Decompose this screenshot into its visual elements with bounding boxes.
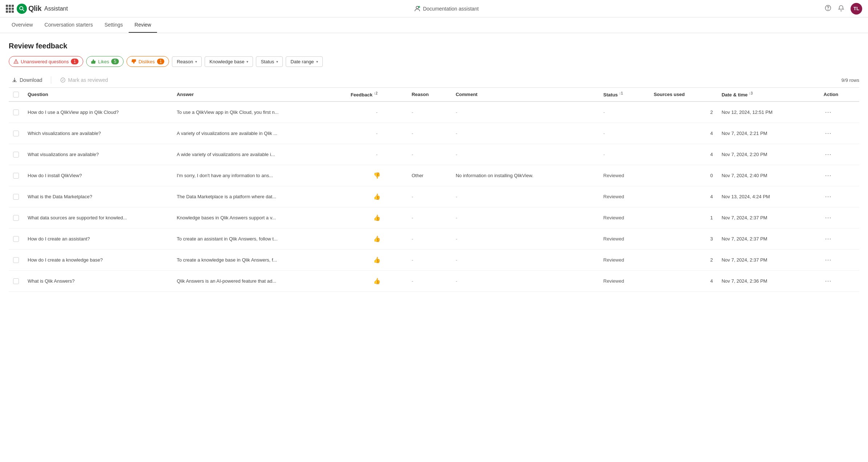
- question-cell: What is the Data Marketplace?: [23, 186, 172, 207]
- row-checkbox-2[interactable]: [13, 152, 19, 158]
- qlik-logo: Qlik: [17, 4, 41, 14]
- svg-line-1: [23, 9, 24, 11]
- date-time-cell: Nov 7, 2024, 2:37 PM: [717, 250, 819, 271]
- comment-cell: -: [451, 228, 599, 250]
- toolbar: Download Mark as reviewed 9/9 rows: [9, 73, 859, 88]
- toolbar-left: Download Mark as reviewed: [9, 76, 111, 84]
- avatar[interactable]: TL: [851, 3, 862, 15]
- feedback-cell: 👍: [346, 207, 407, 228]
- sources-used-cell: 2: [649, 250, 717, 271]
- page-title: Review feedback: [9, 42, 859, 50]
- answer-cell: To create a knowledge base in Qlik Answe…: [172, 250, 346, 271]
- top-bar-right: TL: [824, 3, 862, 15]
- knowledge-base-dropdown[interactable]: Knowledge base ▾: [205, 56, 253, 67]
- comment-cell: -: [451, 207, 599, 228]
- row-action-button-4[interactable]: ···: [824, 191, 833, 202]
- feedback-cell: 👍: [346, 186, 407, 207]
- tab-settings[interactable]: Settings: [99, 17, 129, 33]
- row-action-button-0[interactable]: ···: [824, 107, 833, 118]
- row-checkbox-4[interactable]: [13, 194, 19, 200]
- date-time-header[interactable]: Date & time ↕3: [717, 88, 819, 101]
- row-checkbox-7[interactable]: [13, 257, 19, 263]
- sources-used-cell: 3: [649, 228, 717, 250]
- reason-cell: -: [407, 144, 451, 165]
- table-row: How do I create an assistant?To create a…: [9, 228, 859, 250]
- status-cell: -: [599, 144, 650, 165]
- row-checkbox-8[interactable]: [13, 278, 19, 284]
- date-range-chevron-icon: ▾: [316, 60, 318, 64]
- mark-reviewed-button[interactable]: Mark as reviewed: [57, 76, 111, 84]
- feedback-header[interactable]: Feedback ↕2: [346, 88, 407, 101]
- dislikes-filter-chip[interactable]: Dislikes 1: [126, 56, 169, 67]
- feedback-cell: -: [346, 123, 407, 144]
- grid-menu-icon[interactable]: [6, 5, 14, 13]
- feedback-cell: 👍: [346, 271, 407, 292]
- action-cell: ···: [819, 101, 859, 123]
- answer-cell: A wide variety of visualizations are ava…: [172, 144, 346, 165]
- date-range-dropdown[interactable]: Date range ▾: [286, 56, 322, 67]
- dislikes-count: 1: [157, 59, 165, 64]
- knowledge-base-label: Knowledge base: [209, 59, 244, 64]
- likes-filter-chip[interactable]: Likes 5: [86, 56, 124, 67]
- tab-overview[interactable]: Overview: [6, 17, 39, 33]
- sources-used-cell: 2: [649, 101, 717, 123]
- date-time-cell: Nov 7, 2024, 2:21 PM: [717, 123, 819, 144]
- comment-cell: -: [451, 250, 599, 271]
- download-label: Download: [20, 77, 42, 83]
- action-cell: ···: [819, 207, 859, 228]
- feedback-cell: -: [346, 144, 407, 165]
- reason-cell: Other: [407, 165, 451, 186]
- thumbs-down-icon: 👎: [373, 172, 381, 179]
- answer-cell: Knowledge bases in Qlik Answers support …: [172, 207, 346, 228]
- status-dropdown[interactable]: Status ▾: [256, 56, 283, 67]
- question-cell: Which visualizations are available?: [23, 123, 172, 144]
- date-range-label: Date range: [290, 59, 314, 64]
- row-action-button-2[interactable]: ···: [824, 149, 833, 160]
- comment-cell: -: [451, 101, 599, 123]
- row-action-button-7[interactable]: ···: [824, 255, 833, 265]
- unanswered-filter-chip[interactable]: Unanswered questions 1: [9, 56, 83, 67]
- feedback-cell: 👎: [346, 165, 407, 186]
- row-checkbox-1[interactable]: [13, 131, 19, 136]
- table-row: How do I use a QlikView app in Qlik Clou…: [9, 101, 859, 123]
- tab-review[interactable]: Review: [129, 17, 157, 33]
- reason-dropdown[interactable]: Reason ▾: [172, 56, 202, 67]
- notification-icon[interactable]: [837, 4, 845, 13]
- question-cell: How do I create a knowledge base?: [23, 250, 172, 271]
- help-icon[interactable]: [824, 4, 832, 13]
- download-button[interactable]: Download: [9, 76, 45, 84]
- status-header[interactable]: Status ↕1: [599, 88, 650, 101]
- status-cell: -: [599, 101, 650, 123]
- comment-cell: -: [451, 123, 599, 144]
- row-action-button-5[interactable]: ···: [824, 212, 833, 223]
- row-action-button-8[interactable]: ···: [824, 276, 833, 286]
- row-action-button-6[interactable]: ···: [824, 234, 833, 244]
- row-checkbox-5[interactable]: [13, 215, 19, 221]
- sources-used-cell: 4: [649, 186, 717, 207]
- reason-cell: -: [407, 250, 451, 271]
- tab-conversation-starters[interactable]: Conversation starters: [39, 17, 99, 33]
- action-cell: ···: [819, 250, 859, 271]
- date-time-cell: Nov 7, 2024, 2:40 PM: [717, 165, 819, 186]
- row-checkbox-0[interactable]: [13, 109, 19, 115]
- row-action-button-3[interactable]: ···: [824, 170, 833, 181]
- row-action-button-1[interactable]: ···: [824, 128, 833, 139]
- reason-cell: -: [407, 228, 451, 250]
- table-row: What is Qlik Answers?Qlik Answers is an …: [9, 271, 859, 292]
- row-checkbox-3[interactable]: [13, 173, 19, 179]
- sources-used-header: Sources used: [649, 88, 717, 101]
- answer-cell: To create an assistant in Qlik Answers, …: [172, 228, 346, 250]
- table-container: Question Answer Feedback ↕2 Reason Comme…: [9, 88, 859, 292]
- doc-assistant-label: Documentation assistant: [423, 6, 479, 12]
- sources-used-cell: 1: [649, 207, 717, 228]
- select-all-checkbox[interactable]: [13, 92, 19, 97]
- status-cell: Reviewed: [599, 207, 650, 228]
- comment-header: Comment: [451, 88, 599, 101]
- question-cell: What data sources are supported for know…: [23, 207, 172, 228]
- action-cell: ···: [819, 228, 859, 250]
- answer-cell: Qlik Answers is an AI-powered feature th…: [172, 271, 346, 292]
- sources-used-cell: 4: [649, 144, 717, 165]
- thumbs-up-icon: 👍: [373, 194, 381, 200]
- row-checkbox-6[interactable]: [13, 236, 19, 242]
- action-header: Action: [819, 88, 859, 101]
